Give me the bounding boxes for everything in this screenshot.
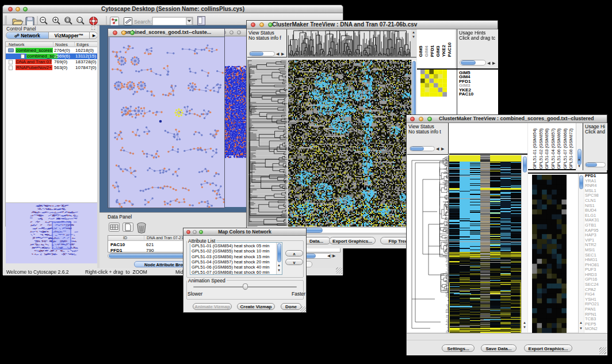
svg-text:Search:: Search: [134, 19, 152, 25]
svg-text:1:1: 1:1 [78, 19, 82, 22]
